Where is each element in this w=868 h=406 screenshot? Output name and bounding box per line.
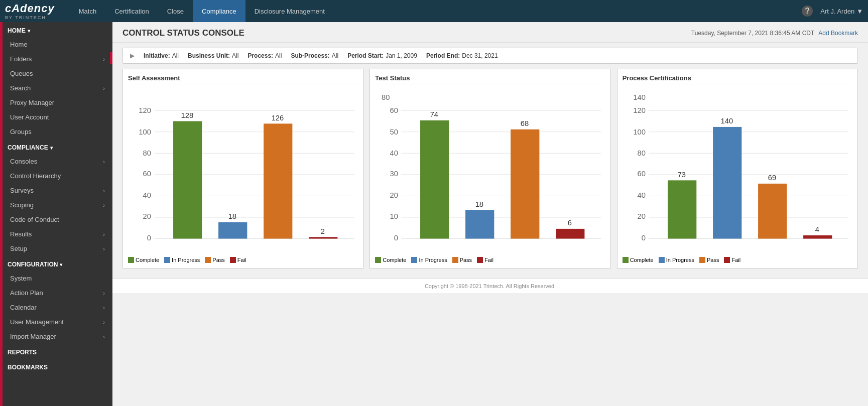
- period-end-label: Period End:: [426, 52, 460, 59]
- chart-process-certifications-legend: Complete In Progress Pass Fail: [623, 257, 852, 263]
- sidebar-item-user-management[interactable]: User Management ›: [0, 315, 112, 329]
- sidebar-home-label: HOME: [8, 27, 26, 34]
- nav-certification[interactable]: Certification: [105, 0, 158, 22]
- user-menu[interactable]: Art J. Arden ▼: [820, 8, 863, 15]
- user-management-chevron: ›: [103, 319, 105, 325]
- nav-disclosure[interactable]: Disclosure Management: [245, 0, 334, 22]
- sidebar-item-surveys[interactable]: Surveys ›: [0, 183, 112, 198]
- chart-process-certifications-title: Process Certifications: [623, 74, 852, 84]
- svg-text:40: 40: [637, 191, 645, 199]
- svg-text:140: 140: [720, 117, 733, 125]
- sidebar-item-code-of-conduct[interactable]: Code of Conduct: [0, 212, 112, 227]
- svg-text:60: 60: [637, 170, 645, 178]
- sidebar-item-groups[interactable]: Groups: [0, 124, 112, 139]
- legend-complete: Complete: [128, 257, 159, 263]
- sidebar-toggle-button[interactable]: ☰: [110, 52, 112, 64]
- calendar-chevron: ›: [103, 305, 105, 311]
- svg-text:18: 18: [228, 212, 236, 220]
- add-bookmark-link[interactable]: Add Bookmark: [818, 30, 858, 37]
- sidebar-item-user-account[interactable]: User Account: [0, 110, 112, 124]
- svg-text:120: 120: [139, 106, 151, 114]
- sidebar-bookmarks-label: BOOKMARKS: [8, 364, 48, 371]
- sidebar-item-import-manager[interactable]: Import Manager ›: [0, 329, 112, 344]
- bar-complete: [173, 121, 202, 238]
- sidebar-item-action-plan[interactable]: Action Plan ›: [0, 286, 112, 300]
- sidebar-section-compliance[interactable]: COMPLIANCE ▾: [0, 139, 112, 154]
- process-label: Process:: [247, 52, 273, 59]
- sidebar-accent: [0, 22, 3, 406]
- legend-fail: Fail: [724, 257, 740, 263]
- sub-process-label: Sub-Process:: [291, 52, 329, 59]
- legend-in-progress: In Progress: [164, 257, 200, 263]
- sidebar-section-configuration[interactable]: CONFIGURATION ▾: [0, 256, 112, 271]
- page-title: CONTROL STATUS CONSOLE: [122, 28, 244, 38]
- sidebar-item-search[interactable]: Search ›: [0, 81, 112, 95]
- bar-fail: [556, 229, 584, 239]
- sidebar-item-queues[interactable]: Queues: [0, 66, 112, 81]
- nav-close[interactable]: Close: [158, 0, 193, 22]
- footer-text: Copyright © 1998-2021 Trintech. All Righ…: [425, 283, 556, 289]
- legend-fail: Fail: [230, 257, 246, 263]
- bar-fail: [309, 237, 337, 238]
- chart-test-status: Test Status 0 10 20 30 40 50 60 80: [369, 69, 610, 268]
- svg-text:30: 30: [390, 170, 398, 178]
- sidebar-item-consoles[interactable]: Consoles ›: [0, 154, 112, 169]
- filter-period-end: Period End: Dec 31, 2021: [426, 52, 498, 59]
- surveys-chevron: ›: [103, 188, 105, 194]
- bar-in-progress: [465, 210, 494, 238]
- period-start-value: Jan 1, 2009: [386, 52, 417, 59]
- sidebar-item-setup[interactable]: Setup ›: [0, 241, 112, 256]
- sidebar-compliance-label: COMPLIANCE: [8, 144, 48, 151]
- datetime-text: Tuesday, September 7, 2021 8:36:45 AM CD…: [691, 30, 814, 37]
- sidebar-item-folders[interactable]: Folders ›: [0, 52, 112, 66]
- main-layout: ☰ HOME ▾ Home Folders › Queues Search › …: [0, 22, 868, 406]
- sidebar-home-arrow: ▾: [28, 28, 30, 34]
- svg-text:50: 50: [390, 128, 398, 136]
- svg-text:0: 0: [394, 234, 398, 242]
- sidebar-item-proxy-manager[interactable]: Proxy Manager: [0, 95, 112, 110]
- bar-pass: [511, 129, 539, 239]
- legend-fail: Fail: [477, 257, 493, 263]
- nav-compliance[interactable]: Compliance: [193, 0, 245, 22]
- svg-text:80: 80: [637, 149, 645, 157]
- initiative-label: Initiative:: [144, 52, 170, 59]
- sidebar-reports-label: REPORTS: [8, 349, 37, 356]
- sidebar-item-scoping[interactable]: Scoping ›: [0, 198, 112, 212]
- business-unit-value: All: [232, 52, 238, 59]
- sidebar-compliance-arrow: ▾: [50, 145, 53, 151]
- user-dropdown-arrow: ▼: [856, 8, 863, 15]
- legend-in-progress: In Progress: [659, 257, 694, 263]
- results-chevron: ›: [103, 231, 105, 237]
- nav-match[interactable]: Match: [70, 0, 105, 22]
- svg-text:60: 60: [390, 106, 398, 114]
- svg-text:18: 18: [475, 200, 483, 208]
- svg-text:0: 0: [641, 234, 645, 242]
- chart-test-status-title: Test Status: [375, 74, 605, 84]
- sidebar-section-home[interactable]: HOME ▾: [0, 22, 112, 37]
- chart-test-status-legend: Complete In Progress Pass Fail: [375, 257, 605, 263]
- chart-process-certifications-svg: 0 20 40 60 80 100 120 140: [623, 88, 852, 252]
- sidebar-configuration-arrow: ▾: [60, 262, 62, 267]
- sidebar-item-system[interactable]: System: [0, 271, 112, 286]
- svg-text:10: 10: [390, 212, 398, 220]
- help-button[interactable]: ?: [802, 6, 813, 17]
- chart-test-status-svg: 0 10 20 30 40 50 60 80: [375, 88, 605, 252]
- sub-process-value: All: [332, 52, 338, 59]
- legend-pass: Pass: [699, 257, 719, 263]
- sidebar-item-results[interactable]: Results ›: [0, 227, 112, 241]
- sidebar-item-home[interactable]: Home: [0, 37, 112, 52]
- period-end-value: Dec 31, 2021: [462, 52, 498, 59]
- logo[interactable]: cAdency BY TRINTECH: [5, 2, 55, 20]
- sidebar-section-bookmarks[interactable]: BOOKMARKS: [0, 359, 112, 374]
- filter-process: Process: All: [247, 52, 282, 59]
- filter-period-start: Period Start: Jan 1, 2009: [347, 52, 417, 59]
- legend-in-progress-label: In Progress: [172, 257, 200, 263]
- svg-text:60: 60: [143, 170, 151, 178]
- sidebar-item-control-hierarchy[interactable]: Control Hierarchy: [0, 169, 112, 183]
- sidebar-section-reports[interactable]: REPORTS: [0, 344, 112, 359]
- sidebar-item-calendar[interactable]: Calendar ›: [0, 300, 112, 315]
- chart-self-assessment-title: Self Assessment: [128, 74, 358, 84]
- svg-text:0: 0: [147, 234, 151, 242]
- svg-text:20: 20: [637, 212, 645, 220]
- setup-chevron: ›: [103, 246, 105, 252]
